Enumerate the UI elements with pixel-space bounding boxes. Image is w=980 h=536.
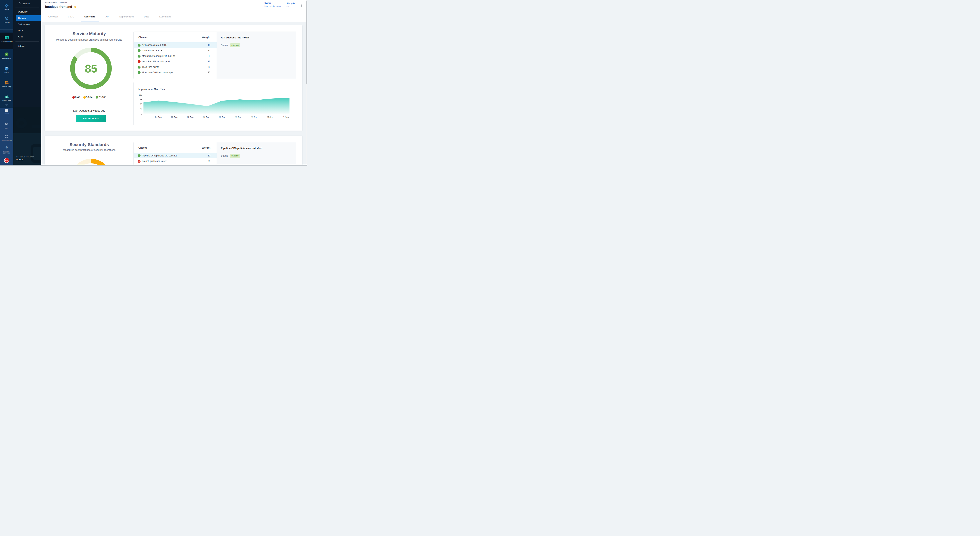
- check-row[interactable]: ✕Branch protection is set30: [134, 158, 216, 164]
- help-icon: ?: [5, 122, 9, 126]
- check-row[interactable]: ✓More than 70% test coverage20: [134, 70, 216, 75]
- nav-home[interactable]: Home: [0, 3, 13, 10]
- scorecard-title: Service Maturity: [45, 31, 134, 36]
- sidebar-item-docs[interactable]: Docs: [13, 28, 41, 33]
- check-weight: 10: [200, 154, 210, 157]
- improvement-chart-card: Improvement Over Time 025507510024 Aug25…: [134, 82, 296, 125]
- legend-label: 75-100: [99, 96, 106, 99]
- check-weight: 10: [200, 44, 210, 46]
- owner-label: Owner: [264, 2, 281, 4]
- tab-dependencies[interactable]: Dependencies: [119, 11, 134, 22]
- check-row[interactable]: ✓API success rate > 99%10: [134, 42, 216, 48]
- feature-flags-icon: [5, 81, 9, 85]
- sidebar-item-admin[interactable]: Admin: [13, 43, 41, 49]
- tab-overview[interactable]: Overview: [48, 11, 58, 22]
- check-label: API success rate > 99%: [142, 44, 200, 46]
- nav-dashboards[interactable]: DASHBOARDS: [0, 134, 13, 141]
- nav-projects-label: Projects: [4, 21, 10, 23]
- favorite-star-icon[interactable]: ★: [74, 5, 76, 8]
- status-badge: PASSED: [230, 43, 240, 47]
- kebab-menu-icon[interactable]: [300, 3, 303, 8]
- check-weight: 20: [200, 49, 210, 52]
- nav-builds[interactable]: Builds: [0, 67, 13, 73]
- sidebar-item-catalog[interactable]: Catalog: [16, 15, 41, 21]
- legend-dot: [95, 96, 98, 99]
- svg-text:28 Aug: 28 Aug: [219, 116, 225, 118]
- vertical-scrollbar[interactable]: [306, 0, 307, 165]
- sidebar-art-stub: [32, 125, 41, 128]
- svg-text:50: 50: [140, 103, 142, 105]
- check-pass-icon: ✓: [138, 44, 140, 47]
- svg-text:?: ?: [6, 123, 7, 124]
- nav-developer-portal[interactable]: Developer Portal: [0, 35, 13, 42]
- check-weight: 15: [200, 60, 210, 63]
- projects-cube-icon: [5, 16, 9, 21]
- check-label: Mean time to merge PR < 48 hr: [142, 55, 200, 57]
- check-row[interactable]: ✓TechDocs exists30: [134, 64, 216, 70]
- legend-item: 0-49: [72, 96, 80, 99]
- tab-scorecard[interactable]: Scorecard: [84, 11, 95, 22]
- sidebar-item-self-service[interactable]: Self service: [13, 22, 41, 27]
- nav-help-label: HELP: [5, 127, 8, 129]
- check-row[interactable]: ✓Mean time to merge PR < 48 hr5: [134, 53, 216, 59]
- nav-account-settings[interactable]: ⚙ ACCOUNT SETTINGS: [0, 145, 13, 154]
- tab-kubernetes[interactable]: Kubernetes: [159, 11, 171, 22]
- page-title: boutique-frontend: [45, 5, 72, 9]
- brand-line-internal-developer: INTERNAL DEVELOPER: [16, 156, 34, 157]
- nav-developer-portal-label: Developer Portal: [1, 40, 13, 42]
- module-grid-icon: [5, 110, 8, 112]
- nav-deployments[interactable]: ∞ Deployments: [0, 52, 13, 59]
- nav-projects[interactable]: Projects: [0, 16, 13, 23]
- maturity-score-value: 85: [85, 62, 97, 75]
- check-detail-panel: Pipeline OPA policies are satisfied Stat…: [216, 142, 296, 165]
- status-label: Status:: [221, 154, 229, 157]
- lifecycle-link[interactable]: Lifecycle prod: [286, 2, 295, 8]
- check-pass-icon: ✓: [138, 49, 140, 52]
- check-weight: 5: [200, 55, 210, 57]
- tab-docs[interactable]: Docs: [144, 11, 149, 22]
- user-avatar[interactable]: HM: [4, 158, 9, 163]
- status-label: Status:: [221, 44, 229, 47]
- svg-text:1 Sep: 1 Sep: [283, 116, 289, 118]
- check-label: Less than 1% error in prod: [142, 60, 200, 63]
- rail-divider: [0, 29, 13, 30]
- sidebar-item-apis[interactable]: APIs: [13, 34, 41, 40]
- developer-portal-icon: [5, 35, 9, 40]
- nav-cloud-costs-label: Cloud Costs: [2, 100, 11, 102]
- legend-dot: [83, 96, 86, 99]
- checks-column-header: Checks: [138, 146, 147, 149]
- module-switcher-button[interactable]: [4, 108, 10, 114]
- scorecard-title: Security Standards: [45, 142, 134, 147]
- scrollbar-thumb[interactable]: [306, 1, 307, 84]
- chevron-down-icon[interactable]: [5, 105, 8, 106]
- svg-text:0: 0: [141, 113, 142, 115]
- gauge-inner: 85: [75, 52, 107, 85]
- nav-account-settings-label: ACCOUNT SETTINGS: [1, 150, 13, 154]
- legend-item: 50-74: [83, 96, 92, 99]
- check-label: TechDocs exists: [142, 66, 200, 68]
- check-label: Java version is LTS: [142, 49, 200, 52]
- checks-column-header: Checks: [138, 36, 147, 39]
- tab-api[interactable]: API: [106, 11, 109, 22]
- check-row[interactable]: ✓Pipeline OPA policies are satisfied10: [134, 153, 216, 158]
- check-pass-icon: ✓: [138, 71, 140, 74]
- owner-link[interactable]: Owner field_engineering: [264, 2, 281, 7]
- nav-cloud-costs[interactable]: $ Cloud Costs: [0, 95, 13, 102]
- check-row[interactable]: ✕Less than 1% error in prod15: [134, 59, 216, 64]
- rail-drag-handle[interactable]: [3, 30, 10, 31]
- check-row[interactable]: ✓Java version is LTS20: [134, 48, 216, 53]
- legend-label: 50-74: [86, 96, 92, 99]
- rerun-checks-button[interactable]: Rerun Checks: [76, 115, 106, 122]
- module-sidebar: Search Overview Catalog Self service Doc…: [13, 0, 41, 165]
- sidebar-item-overview[interactable]: Overview: [13, 9, 41, 14]
- divider: [16, 7, 39, 8]
- search-button[interactable]: Search: [13, 2, 41, 6]
- settings-gear-icon: ⚙: [5, 145, 8, 150]
- legend-item: 75-100: [95, 96, 106, 99]
- scorecard-service-maturity: Service Maturity Measures development be…: [45, 25, 302, 131]
- harness-logo-icon: [5, 3, 9, 8]
- svg-text:∞: ∞: [6, 53, 7, 55]
- nav-feature-flags[interactable]: Feature Flags: [0, 81, 13, 87]
- tab-cicd[interactable]: CI/CD: [68, 11, 74, 22]
- nav-help[interactable]: ? HELP: [0, 122, 13, 129]
